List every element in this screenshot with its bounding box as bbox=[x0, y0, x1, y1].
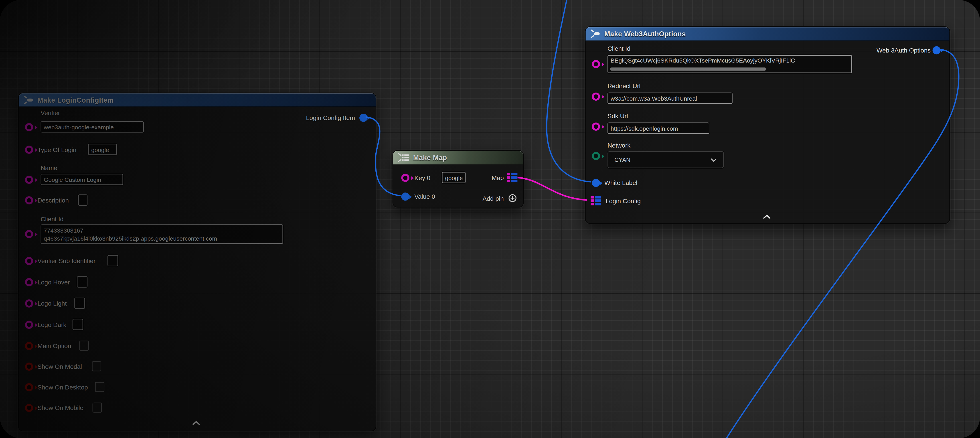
client-id-text: BEglQSgt4cUWcj6SKRdu5QkOXTsePmMcusG5EAoy… bbox=[611, 57, 795, 64]
pin-label: Logo Dark bbox=[38, 321, 67, 329]
pin-label: Web 3Auth Options bbox=[877, 46, 931, 54]
show-on-mobile-checkbox[interactable] bbox=[92, 403, 102, 413]
pin-label: Client Id bbox=[608, 44, 630, 53]
add-pin-button[interactable] bbox=[508, 194, 517, 202]
add-pin-label: Add pin bbox=[483, 194, 504, 202]
pin-type-of-login[interactable] bbox=[25, 145, 33, 154]
client-id-input[interactable]: 774338308167- q463s7kpvja16l4l0kko3nb925… bbox=[41, 225, 283, 244]
logo-light-input[interactable] bbox=[74, 298, 85, 309]
node-title: Make Web3AuthOptions bbox=[605, 30, 686, 38]
key-0-input[interactable] bbox=[442, 172, 466, 183]
node-header[interactable]: Make Map bbox=[393, 151, 523, 164]
pin-label: Logo Light bbox=[38, 299, 67, 307]
pin-main-option[interactable] bbox=[25, 342, 33, 350]
pin-web3auth-options-output[interactable] bbox=[932, 46, 941, 54]
make-struct-icon bbox=[590, 29, 601, 38]
network-selected-value: CYAN bbox=[614, 156, 630, 163]
wire-top-to-whitelabel bbox=[547, 0, 591, 182]
chevron-up-icon bbox=[763, 214, 771, 219]
add-pin-icon bbox=[508, 194, 517, 202]
pin-network[interactable] bbox=[592, 152, 600, 160]
graph-canvas[interactable]: Make LoginConfigItem Login Config Item V… bbox=[0, 0, 980, 438]
pin-map-output[interactable] bbox=[507, 172, 518, 183]
pin-label: Main Option bbox=[38, 342, 71, 350]
chevron-up-icon bbox=[192, 420, 200, 425]
pin-label: Description bbox=[38, 196, 69, 204]
network-dropdown[interactable]: CYAN bbox=[608, 151, 724, 168]
client-id-input[interactable]: BEglQSgt4cUWcj6SKRdu5QkOXTsePmMcusG5EAoy… bbox=[608, 55, 852, 73]
pin-logo-light[interactable] bbox=[25, 299, 33, 307]
type-of-login-input[interactable] bbox=[88, 144, 117, 155]
collapse-node-button[interactable] bbox=[192, 420, 200, 425]
make-struct-icon bbox=[24, 96, 34, 104]
pin-label: Type Of Login bbox=[38, 145, 76, 154]
pin-verifier-sub-identifier[interactable] bbox=[25, 257, 33, 265]
pin-label: Verifier Sub Identifier bbox=[38, 257, 96, 265]
input-scrollbar[interactable] bbox=[610, 67, 766, 70]
pin-label: Login Config Item bbox=[306, 114, 355, 122]
node-header[interactable]: Make LoginConfigItem bbox=[19, 93, 375, 107]
pin-value-0[interactable] bbox=[401, 193, 409, 201]
pin-label: Value 0 bbox=[414, 193, 435, 201]
name-input[interactable] bbox=[41, 174, 123, 185]
logo-hover-input[interactable] bbox=[77, 276, 88, 288]
collapse-node-button[interactable] bbox=[763, 214, 771, 219]
pin-label: Show On Mobile bbox=[38, 404, 83, 412]
chevron-down-icon bbox=[711, 158, 717, 162]
make-container-icon bbox=[398, 153, 409, 162]
blueprint-editor: Make LoginConfigItem Login Config Item V… bbox=[0, 0, 980, 438]
pin-name[interactable] bbox=[25, 175, 33, 184]
pin-redirect-url[interactable] bbox=[592, 92, 600, 101]
verifier-input[interactable] bbox=[41, 121, 144, 133]
pin-login-config[interactable] bbox=[590, 196, 601, 205]
pin-verifier[interactable] bbox=[25, 123, 33, 131]
pin-label: Key 0 bbox=[414, 174, 430, 182]
pin-label: Logo Hover bbox=[38, 278, 70, 287]
pin-key-0[interactable] bbox=[401, 174, 409, 182]
pin-label: White Label bbox=[605, 179, 637, 187]
pin-show-on-desktop[interactable] bbox=[25, 383, 33, 392]
pin-white-label[interactable] bbox=[592, 179, 600, 187]
map-pin-icon bbox=[507, 172, 518, 183]
pin-label: Map bbox=[492, 174, 504, 182]
node-make-map[interactable]: Make Map Key 0 Map Value 0 Add pin bbox=[393, 150, 524, 207]
node-header[interactable]: Make Web3AuthOptions bbox=[586, 27, 950, 41]
show-on-desktop-checkbox[interactable] bbox=[95, 382, 104, 392]
node-title: Make Map bbox=[413, 154, 447, 161]
pin-label: Sdk Url bbox=[608, 112, 628, 120]
verifier-sub-identifier-input[interactable] bbox=[108, 255, 118, 266]
redirect-url-input[interactable] bbox=[608, 92, 733, 104]
logo-dark-input[interactable] bbox=[73, 319, 83, 330]
pin-description[interactable] bbox=[25, 196, 33, 204]
pin-client-id[interactable] bbox=[592, 60, 600, 68]
sdk-url-input[interactable] bbox=[608, 123, 710, 134]
pin-logo-hover[interactable] bbox=[25, 278, 33, 287]
pin-label: Show On Modal bbox=[38, 363, 82, 371]
pin-label: Verifier bbox=[41, 109, 60, 117]
pin-show-on-mobile[interactable] bbox=[25, 404, 33, 412]
pin-label: Login Config bbox=[606, 197, 641, 205]
pin-show-on-modal[interactable] bbox=[25, 363, 33, 371]
main-option-checkbox[interactable] bbox=[80, 341, 89, 351]
show-on-modal-checkbox[interactable] bbox=[92, 361, 101, 371]
wire-map-to-loginconfig bbox=[518, 178, 587, 200]
map-pin-icon bbox=[590, 196, 601, 205]
pin-client-id[interactable] bbox=[25, 230, 33, 238]
node-make-web3authoptions[interactable]: Make Web3AuthOptions Web 3Auth Options C… bbox=[585, 26, 950, 224]
pin-label: Client Id bbox=[41, 215, 64, 223]
pin-label: Redirect Url bbox=[608, 82, 640, 90]
pin-logo-dark[interactable] bbox=[25, 321, 33, 329]
node-title: Make LoginConfigItem bbox=[38, 96, 114, 104]
description-input[interactable] bbox=[78, 194, 88, 205]
pin-login-config-item-output[interactable] bbox=[360, 114, 368, 122]
node-make-loginconfigitem[interactable]: Make LoginConfigItem Login Config Item V… bbox=[18, 92, 376, 431]
pin-label: Name bbox=[41, 164, 57, 172]
pin-label: Show On Desktop bbox=[38, 383, 88, 392]
pin-label: Network bbox=[608, 141, 630, 150]
pin-sdk-url[interactable] bbox=[592, 123, 600, 131]
